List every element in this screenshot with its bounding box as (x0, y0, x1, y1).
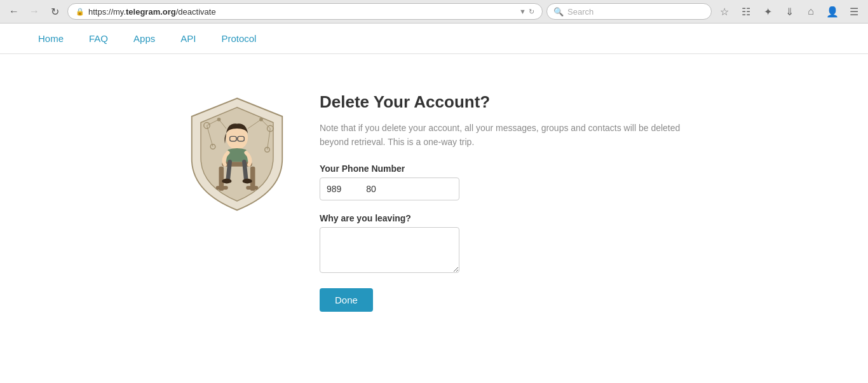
address-bar[interactable]: 🔒 https://my.telegram.org/deactivate ▼ ↻ (67, 3, 543, 20)
browser-chrome: ← → ↻ 🔒 https://my.telegram.org/deactiva… (0, 0, 868, 24)
nav-api[interactable]: API (168, 24, 208, 54)
nav-protocol[interactable]: Protocol (208, 24, 269, 54)
profile-button[interactable]: 👤 (824, 3, 841, 20)
done-button[interactable]: Done (320, 288, 373, 312)
nav-apps[interactable]: Apps (121, 24, 168, 54)
pocket-button[interactable]: ✦ (759, 3, 776, 20)
download-button[interactable]: ⇓ (780, 3, 798, 20)
page-title: Delete Your Account? (320, 92, 688, 112)
nav-faq[interactable]: FAQ (76, 24, 121, 54)
illustration (180, 92, 294, 216)
refresh-button[interactable]: ↻ (46, 3, 64, 20)
content-container: Delete Your Account? Note that if you de… (180, 92, 688, 312)
phone-input[interactable] (320, 178, 459, 200)
svg-rect-3 (216, 186, 228, 190)
forward-button[interactable]: → (25, 3, 43, 20)
back-button[interactable]: ← (5, 3, 23, 20)
page-description: Note that if you delete your account, al… (320, 121, 688, 150)
svg-point-9 (222, 179, 231, 184)
refresh-arrow: ↻ (529, 8, 534, 16)
home-button[interactable]: ⌂ (802, 3, 820, 20)
nav-buttons: ← → ↻ (5, 3, 64, 20)
browser-toolbar: ← → ↻ 🔒 https://my.telegram.org/deactiva… (0, 0, 868, 23)
lock-icon: 🔒 (76, 8, 85, 16)
url-text: https://my.telegram.org/deactivate (88, 7, 216, 17)
phone-label: Your Phone Number (320, 164, 688, 174)
reader-button[interactable]: ☷ (737, 3, 755, 20)
search-placeholder: Search (567, 7, 593, 17)
main-content: Delete Your Account? Note that if you de… (0, 54, 868, 350)
search-bar[interactable]: 🔍 Search (546, 3, 712, 20)
dropdown-arrow: ▼ (519, 8, 526, 15)
address-dropdown: ▼ ↻ (519, 8, 534, 16)
site-nav: Home FAQ Apps API Protocol (0, 24, 868, 54)
svg-point-10 (243, 179, 252, 184)
svg-rect-4 (246, 186, 258, 190)
form-section: Delete Your Account? Note that if you de… (320, 92, 688, 312)
nav-home[interactable]: Home (25, 24, 76, 54)
menu-button[interactable]: ☰ (845, 3, 863, 20)
reason-label: Why are you leaving? (320, 213, 688, 223)
browser-icons: ☆ ☷ ✦ ⇓ ⌂ 👤 ☰ (715, 3, 863, 20)
search-icon: 🔍 (553, 7, 564, 17)
reason-textarea[interactable] (320, 227, 459, 273)
star-button[interactable]: ☆ (715, 3, 733, 20)
